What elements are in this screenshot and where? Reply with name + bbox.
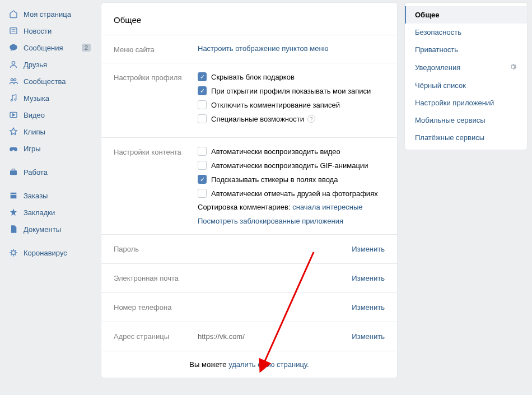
section-site-menu: Меню сайта Настроить отображение пунктов… <box>101 35 397 63</box>
work-icon <box>8 166 19 178</box>
checkbox-sticker-hints[interactable] <box>198 175 207 184</box>
left-sidebar: Моя страница Новости Сообщения 2 Друзья … <box>4 2 94 378</box>
settings-tab-security[interactable]: Безопасность <box>405 24 527 41</box>
row-label: Пароль <box>114 245 198 253</box>
change-email-link[interactable]: Изменить <box>352 274 385 282</box>
row-email: Электронная почта Изменить <box>101 263 397 292</box>
checkbox-disable-comments[interactable] <box>198 100 207 109</box>
help-icon[interactable]: ? <box>307 115 315 123</box>
tab-label: Безопасность <box>415 28 461 36</box>
row-value: https://vk.com/ <box>198 332 352 341</box>
nav-label: Клипы <box>24 128 91 136</box>
nav-music[interactable]: Музыка <box>4 90 94 106</box>
svg-point-5 <box>14 78 16 81</box>
documents-icon <box>8 224 19 235</box>
settings-tab-payments[interactable]: Платёжные сервисы <box>405 129 527 146</box>
nav-messages[interactable]: Сообщения 2 <box>4 39 94 56</box>
checkbox-auto-tag-friends[interactable] <box>198 189 207 198</box>
delete-page-link[interactable]: удалить свою страницу. <box>228 360 309 369</box>
settings-tab-mobile[interactable]: Мобильные сервисы <box>405 111 527 129</box>
nav-label: Моя страница <box>24 10 91 18</box>
svg-point-4 <box>11 78 13 81</box>
checkbox-label: Скрывать блок подарков <box>211 73 295 81</box>
change-phone-link[interactable]: Изменить <box>352 303 385 312</box>
svg-line-18 <box>11 254 12 255</box>
change-address-link[interactable]: Изменить <box>352 332 385 341</box>
nav-label: Новости <box>24 27 91 35</box>
settings-tab-notifications[interactable]: Уведомления <box>405 58 527 77</box>
checkbox-label: Специальные возможности <box>211 115 304 123</box>
svg-rect-10 <box>10 170 17 175</box>
checkbox-autoplay-video[interactable] <box>198 147 207 156</box>
nav-label: Музыка <box>24 94 91 103</box>
gear-icon[interactable] <box>509 63 517 72</box>
configure-menu-link[interactable]: Настроить отображение пунктов меню <box>198 44 328 53</box>
orders-icon <box>8 190 19 201</box>
settings-tab-general[interactable]: Общее <box>405 6 527 24</box>
tab-label: Чёрный список <box>415 81 466 90</box>
checkbox-label: Автоматически воспроизводить видео <box>211 147 340 156</box>
checkbox-label: При открытии профиля показывать мои запи… <box>211 87 371 95</box>
nav-my-page[interactable]: Моя страница <box>4 6 94 22</box>
footer-prefix: Вы можете <box>189 360 228 369</box>
checkbox-label: Отключить комментирование записей <box>211 101 340 109</box>
nav-label: Заказы <box>24 192 91 200</box>
checkbox-show-posts[interactable] <box>198 86 207 95</box>
checkbox-accessibility[interactable] <box>198 114 207 123</box>
settings-tab-privacy[interactable]: Приватность <box>405 41 527 58</box>
sort-order-link[interactable]: сначала интересные <box>292 203 362 211</box>
news-icon <box>8 25 19 36</box>
settings-tab-blacklist[interactable]: Чёрный список <box>405 77 527 94</box>
home-icon <box>8 8 19 20</box>
music-icon <box>8 92 19 104</box>
nav-friends[interactable]: Друзья <box>4 56 94 73</box>
nav-documents[interactable]: Документы <box>4 221 94 238</box>
svg-point-11 <box>12 251 16 255</box>
checkbox-label: Автоматически отмечать друзей на фотогра… <box>211 189 378 198</box>
settings-panel: Общее Меню сайта Настроить отображение п… <box>101 2 398 378</box>
friends-icon <box>8 59 19 70</box>
checkbox-autoplay-gif[interactable] <box>198 161 207 170</box>
tab-label: Уведомления <box>415 63 460 72</box>
nav-label: Сообщества <box>24 77 91 86</box>
nav-orders[interactable]: Заказы <box>4 187 94 204</box>
section-label: Настройки профиля <box>114 72 198 128</box>
settings-tab-apps[interactable]: Настройки приложений <box>405 94 527 111</box>
tab-label: Мобильные сервисы <box>415 116 486 124</box>
nav-label: Видео <box>24 111 91 119</box>
svg-marker-9 <box>13 114 15 116</box>
row-label: Номер телефона <box>114 303 198 312</box>
change-password-link[interactable]: Изменить <box>352 245 385 253</box>
games-icon <box>8 143 19 154</box>
nav-groups[interactable]: Сообщества <box>4 73 94 90</box>
svg-line-19 <box>15 250 16 251</box>
section-label: Меню сайта <box>114 44 198 54</box>
nav-label: Документы <box>24 225 91 234</box>
checkbox-label: Подсказывать стикеры в полях ввода <box>211 175 338 184</box>
nav-bookmarks[interactable]: Закладки <box>4 204 94 221</box>
nav-work[interactable]: Работа <box>4 164 94 180</box>
blocked-apps-link[interactable]: Посмотреть заблокированные приложения <box>198 217 343 225</box>
messages-badge: 2 <box>82 44 91 52</box>
row-page-address: Адрес страницы https://vk.com/ Изменить <box>101 322 397 351</box>
nav-label: Игры <box>24 145 91 153</box>
nav-video[interactable]: Видео <box>4 106 94 123</box>
row-password: Пароль Изменить <box>101 234 397 263</box>
nav-games[interactable]: Игры <box>4 140 94 157</box>
row-phone: Номер телефона Изменить <box>101 292 397 322</box>
delete-page-row: Вы можете удалить свою страницу. <box>101 351 397 378</box>
row-label: Адрес страницы <box>114 332 198 341</box>
svg-line-17 <box>15 254 16 255</box>
tab-label: Настройки приложений <box>415 99 494 107</box>
nav-covid[interactable]: Коронавирус <box>4 244 94 261</box>
svg-point-6 <box>11 100 12 101</box>
nav-label: Закладки <box>24 208 91 217</box>
nav-news[interactable]: Новости <box>4 22 94 39</box>
checkbox-hide-gifts[interactable] <box>198 72 207 81</box>
nav-label: Друзья <box>24 61 91 69</box>
sort-label: Сортировка комментариев: <box>198 203 292 211</box>
bookmark-icon <box>8 207 19 218</box>
svg-point-3 <box>12 62 15 64</box>
nav-label: Коронавирус <box>24 249 91 257</box>
nav-clips[interactable]: Клипы <box>4 123 94 140</box>
